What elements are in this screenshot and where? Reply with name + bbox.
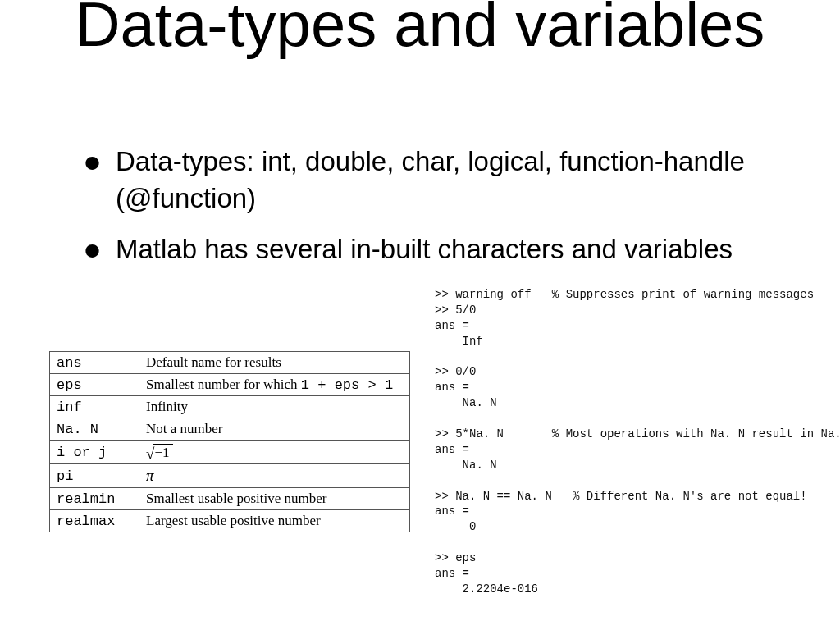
desc-code: 1 + eps > 1 [301, 377, 393, 393]
var-key: Na. N [50, 418, 139, 441]
code-line: 0 [435, 520, 476, 533]
var-key: i or j [50, 441, 139, 464]
table-row: i or j √−1 [50, 441, 410, 464]
table-row: eps Smallest number for which 1 + eps > … [50, 374, 410, 396]
var-desc: Smallest number for which 1 + eps > 1 [139, 374, 410, 396]
code-line: >> eps [435, 551, 476, 564]
table-row: inf Infinity [50, 396, 410, 418]
bullet-dot-icon: • [84, 148, 101, 178]
code-line: ans = [435, 381, 469, 394]
code-line: Na. N [435, 459, 497, 472]
var-key: inf [50, 396, 139, 418]
code-line: >> Na. N == Na. N % Different Na. N's ar… [435, 490, 807, 503]
bullet-text: Matlab has several in-built characters a… [116, 231, 733, 268]
builtin-vars-table: ans Default name for results eps Smalles… [49, 351, 410, 532]
sqrt-icon: √ [146, 445, 154, 462]
var-key: ans [50, 352, 139, 374]
pi-symbol: π [146, 467, 154, 484]
table-row: Na. N Not a number [50, 418, 410, 441]
var-key: realmax [50, 510, 139, 532]
code-line: 2.2204e-016 [435, 582, 538, 596]
var-desc: Largest usable positive number [139, 510, 410, 532]
bullet-item: • Data-types: int, double, char, logical… [90, 144, 791, 217]
code-line: Na. N [435, 396, 497, 409]
bullet-dot-icon: • [84, 236, 101, 266]
code-line: ans = [435, 567, 469, 580]
bullet-text: Data-types: int, double, char, logical, … [116, 144, 791, 217]
code-line: >> warning off % Suppresses print of war… [435, 288, 814, 301]
var-desc: Default name for results [139, 352, 410, 374]
var-desc: Smallest usable positive number [139, 488, 410, 510]
matlab-output: >> warning off % Suppresses print of war… [435, 287, 812, 597]
table-row: ans Default name for results [50, 352, 410, 374]
bullet-list: • Data-types: int, double, char, logical… [90, 144, 791, 283]
code-line: >> 0/0 [435, 365, 476, 378]
slide: Data-types and variables • Data-types: i… [0, 0, 840, 630]
code-line: ans = [435, 443, 469, 456]
var-key: pi [50, 464, 139, 488]
code-line: Inf [435, 335, 483, 348]
code-line: ans = [435, 504, 469, 518]
code-line: >> 5/0 [435, 304, 476, 317]
desc-prefix: Smallest number for which [146, 377, 301, 392]
table-row: realmin Smallest usable positive number [50, 488, 410, 510]
bullet-item: • Matlab has several in-built characters… [90, 231, 791, 268]
sqrt-arg: −1 [153, 444, 172, 461]
var-desc: Infinity [139, 396, 410, 418]
var-desc: √−1 [139, 441, 410, 464]
table-row: pi π [50, 464, 410, 488]
slide-title: Data-types and variables [0, 0, 840, 57]
var-desc: Not a number [139, 418, 410, 441]
var-desc: π [139, 464, 410, 488]
table-row: realmax Largest usable positive number [50, 510, 410, 532]
var-key: realmin [50, 488, 139, 510]
code-line: >> 5*Na. N % Most operations with Na. N … [435, 427, 840, 441]
var-key: eps [50, 374, 139, 396]
code-line: ans = [435, 319, 469, 332]
